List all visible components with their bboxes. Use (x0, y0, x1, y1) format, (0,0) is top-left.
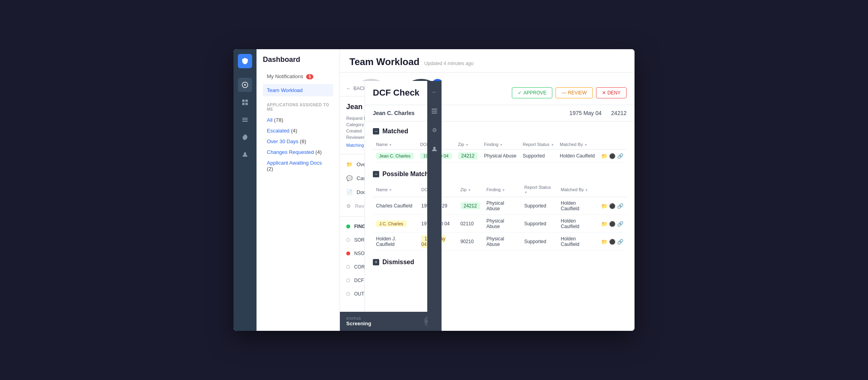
pm-link-icon-2[interactable]: 🔗 (617, 239, 623, 245)
fingerprint-status-dot (346, 225, 350, 228)
pm-archive-icon-2[interactable]: 📁 (601, 239, 608, 245)
action-user-icon[interactable] (429, 144, 440, 155)
applications-section-label: APPLICATIONS ASSIGNED TO ME (267, 103, 333, 111)
pm-ban-icon-1[interactable]: ⚫ (609, 221, 615, 227)
pm-col-finding[interactable]: Finding ▾ (483, 182, 521, 197)
filter-awaiting-docs[interactable]: Applicant Awaiting Docs (2) (263, 157, 333, 174)
sidebar: Dashboard My Notifications 5 Team Worklo… (257, 49, 340, 331)
pm-col-zip[interactable]: Zip ▾ (457, 182, 483, 197)
row-link-icon[interactable]: 🔗 (617, 153, 623, 159)
pm-status-1: Supported (521, 215, 557, 233)
approve-button[interactable]: ✓ APPROVE (512, 87, 552, 98)
matched-table: Name ▾ DOB ▾ Zip ▾ Finding ▾ Report Stat… (373, 140, 627, 163)
pm-col-actions (598, 182, 627, 197)
nav-grid-icon[interactable] (238, 95, 252, 109)
sori-label: SORI (354, 237, 366, 243)
matched-section: − Matched Name ▾ DOB ▾ Zip ▾ Finding ▾ R… (365, 128, 635, 163)
matched-status-0: Supported (519, 150, 556, 163)
action-bar: ← ⚙ (427, 81, 442, 331)
col-zip[interactable]: Zip ▾ (455, 140, 481, 150)
pm-ban-icon-2[interactable]: ⚫ (609, 239, 615, 245)
sidebar-item-my-notifications[interactable]: My Notifications 5 (263, 70, 333, 83)
dcf-status-dot (346, 278, 350, 282)
svg-point-1 (244, 84, 246, 86)
dismissed-toggle[interactable]: + (373, 259, 379, 265)
svg-point-13 (433, 147, 436, 149)
possible-row-2: Holden J. Caulfield 1975 May 04 90210 Ph… (373, 233, 627, 251)
pm-archive-icon-0[interactable]: 📁 (601, 203, 608, 209)
pm-zip-2: 90210 (457, 233, 483, 251)
svg-rect-4 (242, 103, 245, 105)
col-matched-by[interactable]: Matched By ▾ (557, 140, 598, 150)
svg-rect-8 (242, 121, 248, 122)
dcf-actions: ✓ APPROVE — REVIEW ✕ DENY (512, 87, 627, 98)
action-gear-icon[interactable]: ⚙ (429, 125, 440, 136)
nav-gear-icon[interactable] (238, 130, 252, 144)
pm-col-report-status[interactable]: Report Status ▾ (521, 182, 557, 197)
sidebar-item-team-workload[interactable]: Team Workload (263, 84, 333, 96)
pm-by-2: Holden Caulfield (557, 233, 598, 251)
pm-finding-2: Physical Abuse (483, 233, 521, 251)
possible-matches-table: Name ▾ DOB ▾ Zip ▾ Finding ▾ Report Stat… (373, 182, 627, 251)
gear-icon: ⚙ (346, 203, 351, 209)
pm-zip-1: 02110 (457, 215, 483, 233)
matched-row-0: Jean C. Charles 1975 May 04 24212 Physic… (373, 150, 627, 163)
nav-dashboard-icon[interactable] (238, 78, 252, 92)
x-icon: ✕ (602, 90, 606, 96)
action-back-icon[interactable]: ← (429, 86, 440, 98)
matched-title: Matched (382, 128, 408, 135)
col-report-status[interactable]: Report Status ▾ (519, 140, 556, 150)
sori-status-dot (346, 238, 350, 242)
review-button[interactable]: — REVIEW (556, 87, 592, 98)
matched-zip-0: 24212 (455, 150, 481, 163)
main-header: Team Workload Updated 4 minutes ago (340, 49, 635, 73)
person-identity-row: Jean C. Charles 1975 May 04 24212 (365, 105, 635, 121)
possible-matches-toggle[interactable]: − (373, 171, 379, 177)
dcf-header: DCF Check ✓ APPROVE — REVIEW ✕ DENY (365, 81, 635, 105)
matched-actions-0: 📁 ⚫ 🔗 (598, 150, 627, 163)
status-value: Screening (346, 321, 371, 326)
pm-link-icon-1[interactable]: 🔗 (617, 221, 623, 227)
identity-dob: 1975 May 04 (569, 110, 602, 116)
svg-rect-7 (242, 119, 248, 120)
sidebar-title: Dashboard (263, 56, 333, 64)
svg-rect-10 (432, 109, 437, 109)
matched-name-0: Jean C. Charles (373, 150, 417, 163)
pm-link-icon-0[interactable]: 🔗 (617, 203, 623, 209)
out-of-state-status-dot (346, 292, 350, 296)
filter-over-30-days[interactable]: Over 30 Days (8) (263, 136, 333, 147)
row-archive-icon[interactable]: 📁 (601, 153, 608, 159)
status-info: STATUS Screening (346, 317, 371, 326)
matched-toggle[interactable]: − (373, 128, 379, 134)
pm-col-matched-by[interactable]: Matched By ▾ (557, 182, 598, 197)
pm-ban-icon-0[interactable]: ⚫ (609, 203, 615, 209)
document-icon: 📄 (346, 189, 353, 195)
col-finding[interactable]: Finding ▾ (481, 140, 519, 150)
nav-bar (233, 49, 257, 331)
matched-section-header: − Matched (373, 128, 627, 135)
pm-name-2: Holden J. Caulfield (373, 233, 418, 251)
col-name[interactable]: Name ▾ (373, 140, 417, 150)
row-ban-icon[interactable]: ⚫ (609, 153, 615, 159)
filter-changes-requested[interactable]: Changes Requested (4) (263, 147, 333, 157)
pm-by-1: Holden Caulfield (557, 215, 598, 233)
matched-by-0: Holden Caulfield (557, 150, 598, 163)
filter-escalated[interactable]: Escalated (4) (263, 125, 333, 136)
pm-col-name[interactable]: Name ▾ (373, 182, 418, 197)
dcf-label: DCF (354, 278, 364, 283)
pm-by-0: Holden Caulfield (557, 197, 598, 215)
pm-name-1: J.C. Charles (373, 215, 418, 233)
chat-icon: 💬 (346, 175, 353, 181)
nav-logo[interactable] (238, 54, 252, 68)
deny-button[interactable]: ✕ DENY (596, 87, 627, 98)
filter-all[interactable]: All (78) (263, 115, 333, 125)
nav-list-icon[interactable] (238, 113, 252, 127)
matched-finding-0: Physical Abuse (481, 150, 519, 163)
pm-archive-icon-1[interactable]: 📁 (601, 221, 608, 227)
pm-status-0: Supported (521, 197, 557, 215)
action-list-icon[interactable] (429, 106, 440, 117)
last-updated: Updated 4 minutes ago (424, 61, 473, 66)
dismissed-section-header: + Dismissed (373, 259, 627, 266)
nav-user-icon[interactable] (238, 148, 252, 162)
minus-icon: — (561, 90, 566, 96)
